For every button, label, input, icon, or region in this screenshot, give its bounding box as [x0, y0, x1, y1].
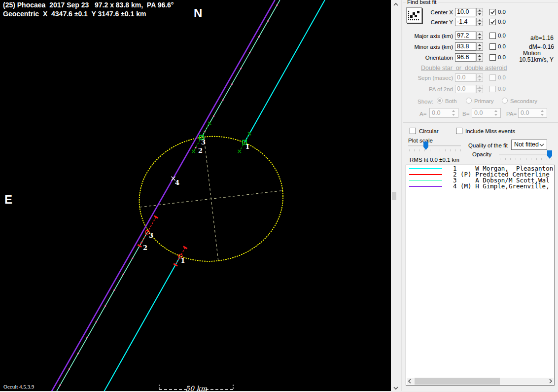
center-y-label: Center Y [404, 18, 453, 26]
minor-axis-spin-down-button[interactable] [477, 47, 483, 50]
error-bar-cap [138, 245, 141, 247]
orientation-spin-up-button[interactable] [477, 54, 483, 57]
pa-of-2nd-spinner[interactable] [476, 85, 483, 93]
arrow-down-icon [478, 23, 481, 25]
b-spinner[interactable] [492, 109, 500, 117]
center-x-spin-up-button[interactable] [477, 8, 483, 12]
vertical-scrollbar-thumb[interactable] [392, 192, 396, 200]
quality-of-fit-dropdown[interactable]: Not fitted [511, 140, 547, 150]
time-tick-dot [258, 36, 260, 37]
a-input[interactable]: 0.0 [429, 108, 458, 118]
minor-axis-input[interactable]: 83.8 [455, 42, 476, 51]
arrow-up-icon [494, 110, 497, 112]
sepn-masec-spinner[interactable] [476, 73, 483, 82]
chord-color-swatch [409, 168, 442, 169]
major-axis-fix-checkbox[interactable] [489, 33, 496, 39]
center-y-input[interactable]: -1.4 [455, 18, 476, 26]
center-x-fix-checkbox[interactable] [489, 9, 496, 15]
radio-both[interactable] [437, 98, 443, 104]
major-axis-spinner[interactable] [476, 32, 483, 40]
center-y-fix-checkbox[interactable] [489, 19, 496, 25]
pa-of-2nd-spin-up-button[interactable] [477, 85, 483, 89]
plot-scale-slider-thumb[interactable] [423, 142, 428, 150]
major-axis-spin-up-button[interactable] [477, 32, 483, 36]
scroll-left-icon[interactable] [407, 378, 413, 384]
pa-of-2nd-input[interactable]: 0.0 [455, 85, 476, 93]
b-input[interactable]: 0.0 [472, 108, 501, 118]
major-axis-input[interactable]: 97.2 [455, 32, 476, 40]
include-miss-checkbox[interactable] [456, 128, 462, 134]
pa-of-2nd-fix-checkbox[interactable] [489, 86, 496, 92]
minor-axis-spin-up-button[interactable] [477, 43, 483, 46]
motion-label: Motion [499, 50, 539, 57]
chord-3-A-Dobson [56, 232, 147, 391]
b-value: 0.0 [474, 109, 483, 116]
circular-checkbox[interactable] [410, 128, 416, 134]
plot-scale-ticks [409, 149, 460, 151]
center-x-spinner[interactable] [476, 8, 483, 16]
chord-number-label: 3 [201, 139, 206, 146]
major-axis-label: Major axis (km) [404, 32, 453, 40]
orientation-fix-checkbox[interactable] [489, 54, 496, 61]
orientation-input[interactable]: 96.6 [455, 53, 476, 62]
sepn-masec-spin-up-button[interactable] [477, 74, 483, 77]
center-x-label: Center X [404, 8, 453, 16]
sepn-masec-label: Sepn (masec) [404, 74, 453, 82]
plot-title-line1: (25) Phocaea 2017 Sep 23 97.2 x 83.8 km,… [3, 0, 174, 9]
plot-scale-slider[interactable] [408, 145, 461, 146]
opacity-label: Opacity [472, 151, 491, 158]
minor-axis-spinner[interactable] [476, 42, 483, 51]
double-star-link[interactable]: Double star or double asteroid [421, 65, 507, 71]
sepn-masec-input[interactable]: 0.0 [455, 73, 476, 82]
pa-input[interactable]: 0.0 [518, 108, 547, 118]
app-version-label: Occult 4.5.3.9 [3, 384, 34, 390]
observer-list[interactable]: 1 W Morgan, Pleasanton2 (P) Predicted Ce… [406, 165, 555, 386]
scroll-right-icon[interactable] [547, 378, 553, 384]
list-horizontal-scrollbar[interactable] [407, 378, 554, 385]
error-bar-cap [154, 216, 158, 218]
center-y-spin-up-button[interactable] [477, 18, 483, 22]
time-tick-dot [113, 289, 115, 291]
major-axis-spin-down-button[interactable] [477, 36, 483, 39]
minor-axis-fix-value: 0.0 [498, 43, 506, 50]
opacity-slider-thumb[interactable] [547, 150, 552, 159]
opacity-slider[interactable] [499, 154, 552, 155]
center-x-input[interactable]: 10.0 [455, 8, 476, 16]
list-scrollbar-thumb[interactable] [415, 378, 500, 385]
a-spinner[interactable] [450, 109, 457, 117]
arrow-up-icon [478, 86, 481, 88]
scroll-up-icon[interactable] [392, 2, 399, 8]
pa-label: PA= [506, 110, 517, 117]
observer-list-item[interactable]: 4 (M) H Gimple,Greenville, [406, 183, 554, 189]
chord-4-H-Gimple [51, 0, 275, 391]
time-tick-dot [59, 384, 61, 386]
chord-1-W-Morgan [104, 256, 180, 392]
minor-axis-fix-checkbox[interactable] [489, 43, 496, 50]
radio-primary[interactable] [466, 98, 472, 104]
orientation-spinner[interactable] [476, 53, 483, 62]
center-y-spinner[interactable] [476, 18, 483, 26]
arrow-up-icon [478, 44, 481, 46]
pa-of-2nd-spin-down-button[interactable] [477, 89, 483, 93]
center-y-fix-value: 0.0 [498, 18, 506, 25]
find-best-fit-group-title: Find best fit [406, 0, 438, 5]
circular-label: Circular [419, 128, 439, 135]
pa-spinner[interactable] [539, 109, 546, 117]
radio-secondary[interactable] [502, 98, 508, 104]
motion-value-label: 10.51km/s, Y [514, 56, 554, 63]
error-bar-cap [174, 264, 177, 266]
orientation-spin-down-button[interactable] [477, 58, 483, 61]
center-y-spin-down-button[interactable] [477, 22, 483, 26]
arrow-up-icon [478, 19, 481, 21]
quality-of-fit-label: Quality of the fit [468, 142, 508, 149]
sepn-masec-spin-down-button[interactable] [477, 78, 483, 81]
scroll-down-icon[interactable] [392, 385, 399, 391]
time-tick-dot [240, 68, 242, 69]
arrow-up-icon [541, 110, 544, 112]
center-x-spin-down-button[interactable] [477, 12, 483, 16]
occultation-plot-canvas: 321432150 km (25) Phocaea 2017 Sep 23 97… [0, 0, 391, 391]
radio-primary-label: Primary [474, 98, 494, 105]
north-direction-label: N [194, 7, 202, 19]
arrow-up-icon [452, 110, 455, 112]
sepn-masec-fix-checkbox[interactable] [489, 74, 496, 81]
